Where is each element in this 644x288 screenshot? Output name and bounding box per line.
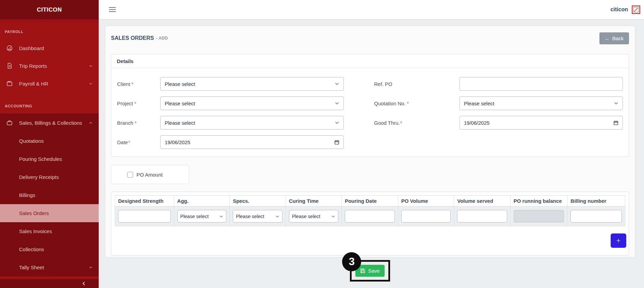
col-header-curing-time: Curing Time bbox=[286, 196, 342, 207]
page-title: SALES ORDERS bbox=[111, 35, 154, 41]
branch-select[interactable]: Please select bbox=[160, 116, 344, 130]
chevron-down-icon bbox=[335, 81, 339, 86]
col-header-specs: Specs. bbox=[230, 196, 286, 207]
chevron-down-icon bbox=[88, 265, 93, 270]
chevron-down-icon bbox=[88, 63, 93, 69]
curing-time-select-value: Please select bbox=[292, 214, 320, 219]
calendar-icon bbox=[334, 140, 339, 145]
specs-select[interactable]: Please select bbox=[233, 210, 283, 223]
chevron-down-icon bbox=[275, 214, 279, 218]
sidebar-item-trip-reports[interactable]: Trip Reports bbox=[0, 57, 99, 75]
good-thru-date-input[interactable]: 19/06/2025 bbox=[460, 116, 623, 130]
billing-number-input[interactable] bbox=[570, 210, 622, 223]
hamburger-menu-icon[interactable] bbox=[108, 6, 116, 13]
form-row: Branch* Please select Good Thru.* bbox=[117, 116, 623, 130]
sidebar-collapse-button[interactable] bbox=[0, 279, 99, 288]
date-input[interactable]: 19/06/2025 bbox=[160, 135, 344, 149]
ref-po-input[interactable] bbox=[460, 77, 623, 91]
sidebar-item-billings[interactable]: Billings bbox=[0, 186, 99, 204]
section-label-payroll: PAYROLL bbox=[0, 19, 99, 39]
main-area: citicon SALES ORDERS - ADD ← Back bbox=[99, 0, 644, 288]
agg-select[interactable]: Please select bbox=[177, 210, 227, 223]
good-thru-date-value: 19/06/2025 bbox=[464, 120, 613, 126]
col-header-po-volume: PO Volume bbox=[398, 196, 454, 207]
sidebar-item-sales-invoices[interactable]: Sales Invoices bbox=[0, 222, 99, 240]
sidebar-item-collections[interactable]: Collections bbox=[0, 240, 99, 258]
chevron-down-icon bbox=[335, 120, 339, 125]
sidebar-item-label: Dashboard bbox=[19, 45, 44, 51]
client-select[interactable]: Please select bbox=[160, 77, 344, 91]
sidebar-item-sales-billings-collections[interactable]: Sales, Billings & Collections bbox=[0, 113, 99, 132]
line-items-table: Designed Strength Agg. Specs. Curing Tim… bbox=[115, 195, 625, 226]
date-value: 19/06/2025 bbox=[165, 139, 334, 145]
date-label: Date* bbox=[117, 139, 160, 145]
step-badge: 3 bbox=[342, 252, 361, 271]
sidebar-item-tally-sheet[interactable]: Tally Sheet bbox=[0, 258, 99, 276]
ref-po-label: Ref. PO bbox=[374, 81, 460, 87]
project-label: Project* bbox=[117, 101, 160, 106]
form-row: Client* Please select Ref. PO bbox=[117, 77, 623, 91]
speedometer-icon bbox=[0, 45, 19, 51]
sidebar-item-label: Sales Orders bbox=[19, 210, 49, 216]
sales-orders-card: SALES ORDERS - ADD ← Back Details Client… bbox=[105, 26, 635, 257]
sidebar-item-quotations[interactable]: Quotations bbox=[0, 132, 99, 150]
sidebar-item-label: Quotations bbox=[19, 138, 44, 144]
chevron-down-icon bbox=[88, 81, 93, 86]
topbar-brand-text: citicon bbox=[610, 6, 628, 13]
required-asterisk: * bbox=[400, 120, 402, 126]
sidebar-item-label: Trip Reports bbox=[19, 63, 47, 69]
quotation-no-select[interactable]: Please select bbox=[460, 96, 623, 110]
save-button-label: Save bbox=[368, 268, 380, 274]
col-header-agg: Agg. bbox=[174, 196, 230, 207]
back-button[interactable]: ← Back bbox=[599, 32, 629, 44]
sidebar-item-pouring-schedules[interactable]: Pouring Schedules bbox=[0, 150, 99, 168]
client-select-value: Please select bbox=[165, 81, 335, 87]
branch-label: Branch* bbox=[117, 120, 160, 126]
sidebar-item-label: Billings bbox=[19, 192, 35, 198]
po-amount-checkbox[interactable] bbox=[127, 172, 133, 178]
chevron-up-icon bbox=[88, 120, 93, 125]
branch-select-value: Please select bbox=[165, 120, 335, 126]
good-thru-label: Good Thru.* bbox=[374, 120, 460, 126]
briefcase-icon bbox=[0, 119, 19, 126]
citicon-logo-icon[interactable] bbox=[631, 5, 641, 14]
calendar-icon bbox=[613, 120, 618, 125]
specs-select-value: Please select bbox=[236, 214, 264, 219]
agg-select-value: Please select bbox=[180, 214, 209, 219]
details-form: Client* Please select Ref. PO bbox=[111, 68, 629, 156]
chevron-down-icon bbox=[335, 101, 339, 106]
sidebar-item-label: Delivery Receipts bbox=[19, 174, 59, 180]
required-asterisk: * bbox=[134, 101, 136, 106]
client-label: Client* bbox=[117, 81, 160, 87]
quotation-no-select-value: Please select bbox=[464, 101, 614, 106]
po-amount-label: PO Amount bbox=[136, 172, 163, 178]
volume-served-input[interactable] bbox=[457, 210, 507, 223]
po-volume-input[interactable] bbox=[401, 210, 451, 223]
page-card-header: SALES ORDERS - ADD ← Back bbox=[111, 31, 629, 45]
wallet-icon bbox=[0, 80, 19, 87]
chevron-left-icon bbox=[81, 281, 87, 286]
step-annotation-box: 3 Save bbox=[350, 260, 390, 282]
top-navbar: citicon bbox=[99, 0, 644, 19]
project-select[interactable]: Please select bbox=[160, 96, 344, 110]
sales-billings-submenu: Sales, Billings & Collections Quotations… bbox=[0, 113, 99, 276]
chevron-down-icon bbox=[219, 214, 223, 218]
sidebar-item-sales-orders[interactable]: Sales Orders bbox=[0, 204, 99, 222]
save-button[interactable]: Save bbox=[355, 265, 384, 277]
col-header-po-running-balance: PO running balance bbox=[510, 196, 567, 207]
po-running-balance-input bbox=[514, 210, 564, 223]
sidebar-item-payroll-hr[interactable]: Payroll & HR bbox=[0, 75, 99, 92]
form-row: Date* 19/06/2025 bbox=[117, 135, 623, 149]
designed-strength-input[interactable] bbox=[118, 210, 171, 223]
sidebar-item-delivery-receipts[interactable]: Delivery Receipts bbox=[0, 168, 99, 186]
curing-time-select[interactable]: Please select bbox=[289, 210, 339, 223]
add-row-button[interactable]: + bbox=[611, 233, 626, 248]
section-label-accounting: ACCOUNTING bbox=[0, 92, 99, 113]
sidebar-item-dashboard[interactable]: Dashboard bbox=[0, 39, 99, 57]
document-icon bbox=[0, 62, 19, 69]
sidebar-item-label: Sales Invoices bbox=[19, 228, 52, 234]
content-area: SALES ORDERS - ADD ← Back Details Client… bbox=[99, 19, 644, 288]
back-button-label: Back bbox=[612, 35, 624, 41]
po-amount-box: PO Amount bbox=[111, 165, 189, 184]
pouring-date-input[interactable] bbox=[345, 210, 395, 223]
